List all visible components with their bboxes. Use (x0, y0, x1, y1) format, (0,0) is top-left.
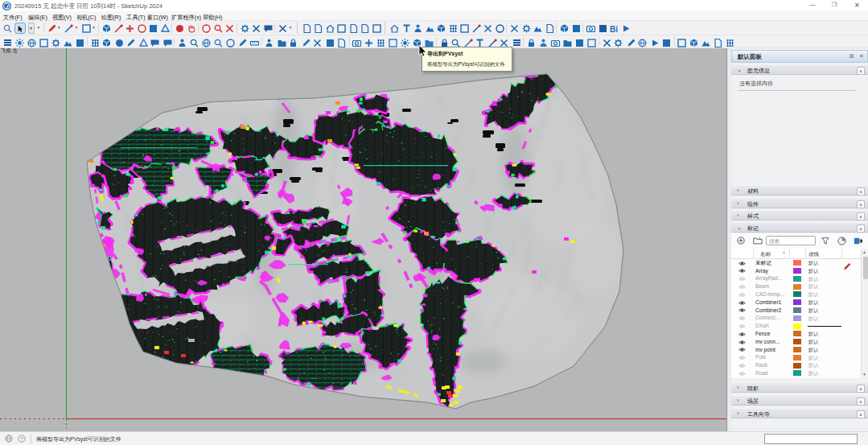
svg-text:Bi: Bi (610, 25, 618, 34)
svg-text:?: ? (20, 435, 23, 441)
